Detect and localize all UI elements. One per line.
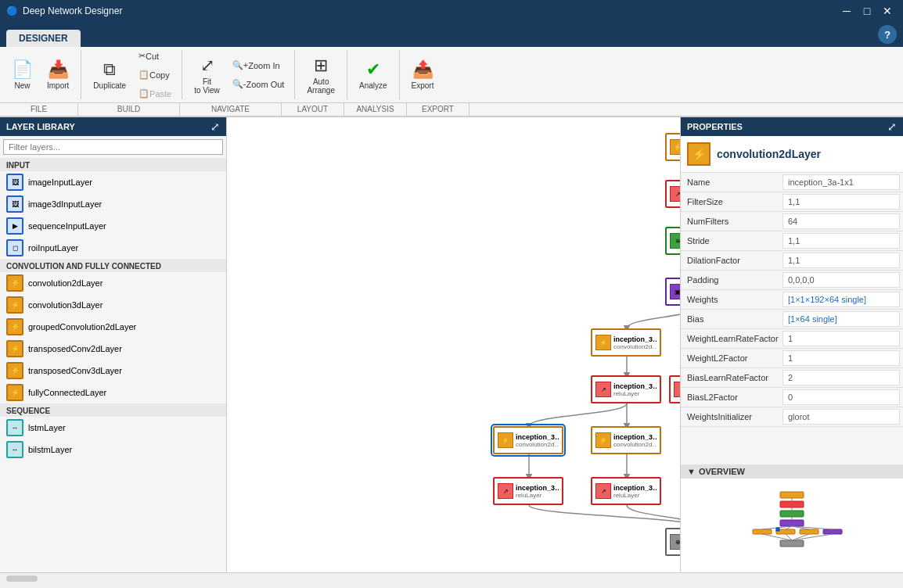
overview-header: ▼ OVERVIEW bbox=[681, 464, 903, 479]
sequence-section-title: SEQUENCE bbox=[0, 403, 226, 417]
network-node[interactable]: ≋conv2-norm2crossChannelN... bbox=[665, 227, 680, 255]
build-section-label: BUILD bbox=[78, 103, 180, 116]
properties-expand-button[interactable]: ⤢ bbox=[887, 120, 897, 133]
list-item[interactable]: ⚡ fullyConnectedLayer bbox=[0, 382, 226, 403]
properties-header: PROPERTIES ⤢ bbox=[681, 117, 903, 136]
network-node[interactable]: ↗inception_3a-r...reluLayer bbox=[591, 375, 661, 403]
node-name: inception_3a-... bbox=[613, 433, 657, 441]
layer-search-input[interactable] bbox=[3, 139, 223, 155]
node-icon: ⚡ bbox=[498, 432, 513, 448]
node-type: reluLayer bbox=[516, 492, 559, 499]
paste-button[interactable]: 📋 Paste bbox=[135, 85, 175, 102]
property-value: [1×1×192×64 single] bbox=[782, 292, 900, 307]
app-icon: 🔵 bbox=[6, 5, 18, 16]
node-type: convolution2dL... bbox=[516, 441, 559, 448]
cut-copy-paste-group: ✂ Cut 📋 Copy 📋 Paste bbox=[135, 48, 175, 102]
zoom-out-button[interactable]: 🔍- Zoom Out bbox=[228, 76, 289, 93]
layer-library-content: INPUT 🖼 imageInputLayer 🖼 image3dInputLa… bbox=[0, 158, 226, 572]
conv3d-icon: ⚡ bbox=[6, 296, 23, 314]
cut-button[interactable]: ✂ Cut bbox=[135, 48, 175, 65]
app-title: Deep Network Designer bbox=[23, 5, 122, 16]
overview-area bbox=[681, 479, 903, 572]
title-bar-left: 🔵 Deep Network Designer bbox=[6, 5, 122, 16]
network-node[interactable]: ⚡inception_3a-...convolution2dL... bbox=[493, 426, 563, 454]
maximize-button[interactable]: □ bbox=[858, 3, 876, 19]
auto-arrange-button[interactable]: ⊞ AutoArrange bbox=[301, 55, 340, 95]
analyze-button[interactable]: ✔ Analyze bbox=[354, 55, 393, 95]
property-value: 64 bbox=[782, 213, 900, 229]
property-row: WeightsInitializerglorot bbox=[681, 407, 903, 427]
list-item[interactable]: ↔ bilstmLayer bbox=[0, 439, 226, 461]
network-node[interactable]: ⊕inception_3a-...depthConcaten... bbox=[665, 528, 680, 556]
node-icon: ⊕ bbox=[670, 534, 680, 550]
list-item[interactable]: ⚡ groupedConvolution2dLayer bbox=[0, 316, 226, 338]
close-button[interactable]: ✕ bbox=[878, 3, 897, 19]
property-label: WeightsInitializer bbox=[681, 410, 782, 424]
import-button[interactable]: 📥 Import bbox=[41, 55, 74, 95]
list-item[interactable]: ⚡ convolution2dLayer bbox=[0, 272, 226, 294]
fit-to-view-button[interactable]: ⤢ Fitto View bbox=[189, 55, 225, 95]
layer-label: convolution3dLayer bbox=[28, 300, 103, 310]
svg-rect-1 bbox=[780, 501, 804, 507]
export-icon: 📤 bbox=[412, 59, 434, 80]
node-type: reluLayer bbox=[613, 390, 657, 397]
toolbar: 📄 New 📥 Import ⧉ Duplicate ✂ Cut 📋 Copy … bbox=[0, 47, 903, 103]
svg-rect-8 bbox=[780, 540, 804, 547]
bottom-scrollbar[interactable] bbox=[0, 572, 903, 583]
svg-rect-4 bbox=[753, 529, 772, 534]
network-node[interactable]: ⚡inception_3a-...convolution2dL... bbox=[591, 426, 661, 454]
property-value: [1×64 single] bbox=[782, 311, 900, 327]
network-node[interactable]: ↗conv2-relu_3x3reluLayer bbox=[665, 180, 680, 208]
node-type: convolution2dL... bbox=[613, 441, 657, 448]
toolbar-build-group: ⧉ Duplicate ✂ Cut 📋 Copy 📋 Paste bbox=[81, 50, 182, 99]
properties-list: Nameinception_3a-1x1FilterSize1,1NumFilt… bbox=[681, 173, 903, 464]
network-node[interactable]: ⚡inception_3a-...convolution2dL... bbox=[591, 328, 661, 357]
layer-label: image3dInputLayer bbox=[28, 199, 102, 209]
conv-section-title: CONVOLUTION AND FULLY CONNECTED bbox=[0, 259, 226, 272]
node-name: inception_3a-r... bbox=[613, 382, 657, 390]
network-node[interactable]: ↗inception_3a-r...reluLayer bbox=[493, 477, 563, 505]
duplicate-button[interactable]: ⧉ Duplicate bbox=[88, 55, 131, 95]
list-item[interactable]: 🖼 image3dInputLayer bbox=[0, 193, 226, 215]
list-item[interactable]: ⚡ transposedConv2dLayer bbox=[0, 338, 226, 360]
export-section-label: EXPORT bbox=[407, 103, 469, 116]
grouped-conv-icon: ⚡ bbox=[6, 318, 23, 335]
property-value: 1,1 bbox=[782, 253, 900, 268]
tab-bar: DESIGNER ? bbox=[0, 22, 903, 47]
properties-panel: PROPERTIES ⤢ ⚡ convolution2dLayer Namein… bbox=[680, 117, 903, 572]
list-item[interactable]: ▶ sequenceInputLayer bbox=[0, 215, 226, 237]
minimize-button[interactable]: ─ bbox=[837, 3, 856, 19]
node-icon: ↗ bbox=[595, 483, 611, 499]
list-item[interactable]: ◻ roiInputLayer bbox=[0, 237, 226, 259]
svg-rect-7 bbox=[823, 529, 842, 534]
svg-rect-3 bbox=[780, 520, 804, 526]
list-item[interactable]: 🖼 imageInputLayer bbox=[0, 171, 226, 193]
h-scrollbar-thumb[interactable] bbox=[6, 575, 38, 582]
network-node[interactable]: ▣pool2-3x3_s2maxPooling2dL... bbox=[665, 278, 680, 306]
list-item[interactable]: ⚡ convolution3dLayer bbox=[0, 294, 226, 316]
designer-tab[interactable]: DESIGNER bbox=[6, 30, 81, 47]
node-icon: ⚡ bbox=[595, 432, 611, 448]
zoom-group: 🔍+ Zoom In 🔍- Zoom Out bbox=[228, 57, 289, 93]
layer-label: transposedConv2dLayer bbox=[28, 344, 122, 353]
svg-rect-2 bbox=[780, 511, 804, 517]
network-node[interactable]: ↗inception_3a-r...reluLayer bbox=[669, 375, 680, 403]
node-name: inception_3a-... bbox=[613, 335, 657, 343]
property-label: Stride bbox=[681, 234, 782, 248]
layer-search bbox=[3, 139, 223, 155]
zoom-in-button[interactable]: 🔍+ Zoom In bbox=[228, 57, 289, 74]
canvas-area[interactable]: ⚡conv2-3x3convolution2dL...↗conv2-relu_3… bbox=[227, 117, 680, 572]
property-label: BiasL2Factor bbox=[681, 390, 782, 404]
network-node[interactable]: ⚡conv2-3x3convolution2dL... bbox=[665, 133, 680, 161]
network-node[interactable]: ↗inception_3a-r...reluLayer bbox=[591, 477, 661, 505]
copy-button[interactable]: 📋 Copy bbox=[135, 66, 175, 84]
help-button[interactable]: ? bbox=[878, 25, 897, 44]
transconv2d-icon: ⚡ bbox=[6, 340, 23, 357]
list-item[interactable]: ⚡ transposedConv3dLayer bbox=[0, 360, 226, 382]
layer-label: roiInputLayer bbox=[28, 243, 78, 253]
library-expand-button[interactable]: ⤢ bbox=[210, 120, 220, 133]
new-button[interactable]: 📄 New bbox=[6, 55, 38, 95]
list-item[interactable]: ↔ lstmLayer bbox=[0, 417, 226, 439]
export-button[interactable]: 📤 Export bbox=[406, 55, 440, 95]
property-row: NumFilters64 bbox=[681, 212, 903, 231]
